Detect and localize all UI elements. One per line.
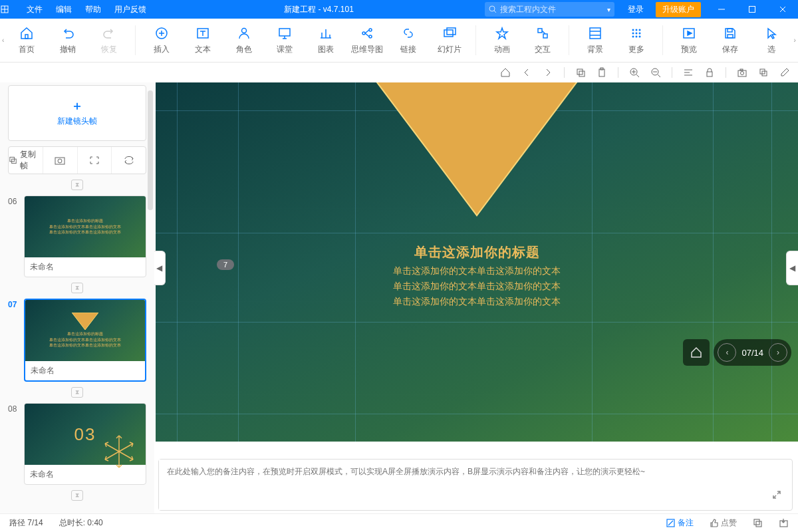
tool-select[interactable]: 选 [751,19,792,62]
search-input[interactable] [500,5,607,14]
svg-rect-50 [579,71,585,76]
copy-frame-button[interactable]: 复制帧 [9,147,43,174]
svg-point-44 [636,36,638,38]
status-remark-button[interactable]: 备注 [666,517,694,529]
notes-panel [158,459,793,511]
window-maximize-button[interactable] [737,0,767,19]
zoom-in-icon[interactable] [628,66,641,79]
notes-expand-button[interactable] [768,486,785,503]
new-frame-button[interactable]: ＋ 新建镜头帧 [8,85,146,141]
tool-more-label: 更多 [628,44,644,55]
slide-content[interactable]: 7 单击这添加你的标题 单击这添加你的文本单击这添加你的文本 单击这添加你的文本… [156,82,798,442]
tool-undo[interactable]: 撤销 [47,19,88,62]
thumb-row-06: 06 单击这添加你的标题 单击这添加你的文本单击这添加你的文本 单击这添加你的文… [8,196,146,277]
separator [618,67,618,78]
collapse-left-handle[interactable]: ◀ [154,251,166,285]
svg-marker-73 [72,313,98,330]
tool-insert[interactable]: 插入 [141,19,182,62]
tool-chart-label: 图表 [318,44,334,55]
menu-edit[interactable]: 编辑 [49,4,78,15]
notes-textarea[interactable] [159,460,759,510]
sidebar-scrollbar[interactable] [148,90,153,210]
tool-home[interactable]: 首页 [6,19,47,62]
status-like-button[interactable]: 点赞 [710,517,737,529]
svg-point-40 [632,33,634,35]
nav-home-button[interactable] [683,339,710,366]
slide-body[interactable]: 单击这添加你的文本单击这添加你的文本 单击这添加你的文本单击这添加你的文本 单击… [156,263,798,309]
background-icon [588,25,602,41]
sidebar-scan-button[interactable] [77,147,112,174]
hourglass-icon: ⧗ [71,180,83,190]
tool-link[interactable]: 链接 [388,19,429,62]
canvas[interactable]: 7 单击这添加你的标题 单击这添加你的文本单击这添加你的文本 单击这添加你的文本… [154,82,798,454]
search-dropdown-icon[interactable]: ▾ [607,6,610,13]
thumb-card-08[interactable]: 03 未命名 [24,403,146,485]
slide-title[interactable]: 单击这添加你的标题 [156,243,798,261]
svg-rect-47 [728,29,732,32]
menu-file[interactable]: 文件 [20,4,49,15]
align-icon[interactable] [682,66,695,79]
canvas-prev-icon[interactable] [520,66,533,79]
status-export-button[interactable] [779,518,789,528]
redo-icon [102,25,116,41]
collapse-right-handle[interactable]: ◀ [786,251,798,285]
status-layers-button[interactable] [753,518,763,528]
note-icon [666,519,675,527]
ribbon-separator [569,25,569,55]
canvas-paste-icon[interactable] [595,66,608,79]
nav-next-button[interactable]: › [769,343,787,362]
tool-chart[interactable]: 图表 [305,19,346,62]
tool-save[interactable]: 保存 [710,19,751,62]
tool-more[interactable]: 更多 [616,19,657,62]
sidebar-tools: 复制帧 [8,146,146,174]
canvas-next-icon[interactable] [541,66,555,79]
thumb-name: 未命名 [25,361,145,380]
zoom-out-icon[interactable] [649,66,662,79]
tool-class[interactable]: 课堂 [264,19,305,62]
edit-icon[interactable] [778,66,791,79]
thumb-card-07-selected[interactable]: 单击这添加你的标题 单击这添加你的文本单击这添加你的文本 单击这添加你的文本单击… [24,299,146,382]
ribbon-scroll-right[interactable]: › [792,19,798,62]
tool-interact[interactable]: 交互 [523,19,564,62]
tool-role[interactable]: 角色 [223,19,265,62]
ribbon-scroll-left[interactable]: ‹ [0,19,6,62]
window-close-button[interactable] [767,0,798,19]
tool-text[interactable]: 文本 [182,19,223,62]
tool-role-label: 角色 [236,44,252,55]
app-logo-icon [0,5,20,14]
thumb-row-07: 07 单击这添加你的标题 单击这添加你的文本单击这添加你的文本 单击这添加你的文… [8,299,146,382]
svg-line-27 [365,30,369,33]
svg-rect-30 [447,28,456,35]
tool-preview[interactable]: 预览 [668,19,710,62]
nav-prev-button[interactable]: ‹ [718,343,736,362]
camera-icon[interactable] [735,66,749,79]
tool-bg[interactable]: 背景 [575,19,616,62]
interact-icon [535,25,550,41]
tool-mindmap[interactable]: 思维导图 [346,19,388,62]
menu-help[interactable]: 帮助 [78,4,108,15]
sidebar-camera-button[interactable] [43,147,77,174]
svg-rect-49 [577,69,583,74]
play-icon [682,25,696,41]
ribbon-toolbar: ‹ 首页 撤销 恢复 插入 文本 角色 课堂 图表 思维导图 链接 幻灯片 动画… [0,19,798,63]
tool-insert-label: 插入 [154,44,170,55]
svg-point-43 [632,36,634,38]
slide-triangle-icon [357,82,597,229]
menu-feedback[interactable]: 用户反馈 [108,4,153,15]
canvas-copy-icon[interactable] [574,66,587,79]
tool-slide[interactable]: 幻灯片 [429,19,470,62]
lock-icon[interactable] [703,66,716,79]
stack-icon[interactable] [757,66,770,79]
svg-rect-31 [538,29,542,33]
search-box[interactable]: ▾ [485,2,614,17]
thumb-card-06[interactable]: 单击这添加你的标题 单击这添加你的文本单击这添加你的文本 单击这添加你的文本单击… [24,196,146,277]
tool-redo-label: 恢复 [101,44,117,55]
login-button[interactable]: 登录 [621,4,650,15]
sidebar-loop-button[interactable] [111,147,146,174]
canvas-home-icon[interactable] [499,66,512,79]
window-minimize-button[interactable] [706,0,737,19]
upgrade-button[interactable]: 升级账户 [656,2,701,17]
svg-point-72 [58,159,62,163]
svg-line-4 [494,11,496,13]
tool-anim[interactable]: 动画 [481,19,523,62]
